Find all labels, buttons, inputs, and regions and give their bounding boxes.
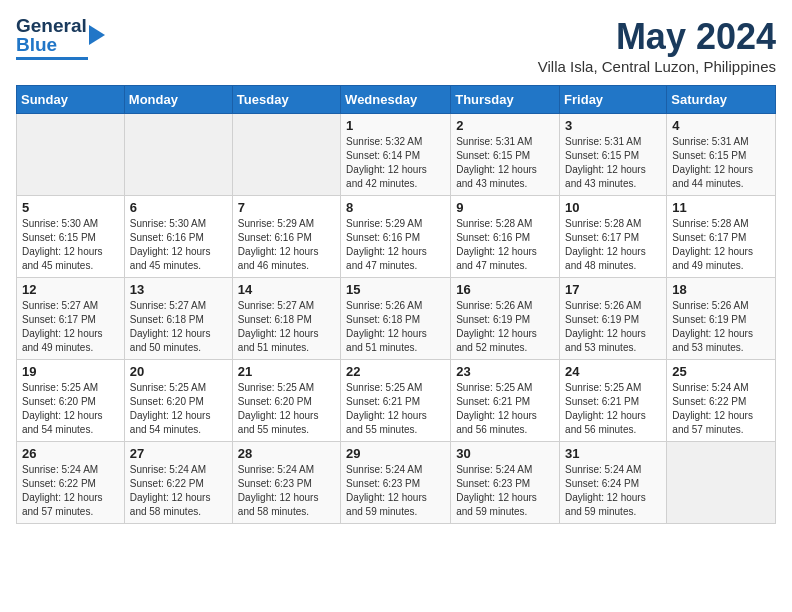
- calendar-cell: [232, 114, 340, 196]
- day-number: 15: [346, 282, 445, 297]
- day-number: 9: [456, 200, 554, 215]
- calendar-cell: 9Sunrise: 5:28 AM Sunset: 6:16 PM Daylig…: [451, 196, 560, 278]
- day-number: 26: [22, 446, 119, 461]
- calendar-cell: 16Sunrise: 5:26 AM Sunset: 6:19 PM Dayli…: [451, 278, 560, 360]
- calendar-cell: 20Sunrise: 5:25 AM Sunset: 6:20 PM Dayli…: [124, 360, 232, 442]
- calendar-cell: 28Sunrise: 5:24 AM Sunset: 6:23 PM Dayli…: [232, 442, 340, 524]
- calendar-cell: 29Sunrise: 5:24 AM Sunset: 6:23 PM Dayli…: [341, 442, 451, 524]
- calendar-cell: 12Sunrise: 5:27 AM Sunset: 6:17 PM Dayli…: [17, 278, 125, 360]
- calendar-cell: 31Sunrise: 5:24 AM Sunset: 6:24 PM Dayli…: [560, 442, 667, 524]
- day-info: Sunrise: 5:24 AM Sunset: 6:23 PM Dayligh…: [238, 463, 335, 519]
- day-number: 1: [346, 118, 445, 133]
- calendar-cell: 23Sunrise: 5:25 AM Sunset: 6:21 PM Dayli…: [451, 360, 560, 442]
- calendar-table: SundayMondayTuesdayWednesdayThursdayFrid…: [16, 85, 776, 524]
- day-number: 18: [672, 282, 770, 297]
- day-number: 31: [565, 446, 661, 461]
- day-number: 29: [346, 446, 445, 461]
- day-info: Sunrise: 5:31 AM Sunset: 6:15 PM Dayligh…: [565, 135, 661, 191]
- day-info: Sunrise: 5:25 AM Sunset: 6:21 PM Dayligh…: [456, 381, 554, 437]
- day-info: Sunrise: 5:25 AM Sunset: 6:21 PM Dayligh…: [346, 381, 445, 437]
- calendar-cell: 4Sunrise: 5:31 AM Sunset: 6:15 PM Daylig…: [667, 114, 776, 196]
- col-header-sunday: Sunday: [17, 86, 125, 114]
- day-number: 5: [22, 200, 119, 215]
- day-number: 28: [238, 446, 335, 461]
- day-info: Sunrise: 5:30 AM Sunset: 6:15 PM Dayligh…: [22, 217, 119, 273]
- calendar-cell: 6Sunrise: 5:30 AM Sunset: 6:16 PM Daylig…: [124, 196, 232, 278]
- day-info: Sunrise: 5:27 AM Sunset: 6:17 PM Dayligh…: [22, 299, 119, 355]
- day-number: 25: [672, 364, 770, 379]
- day-number: 24: [565, 364, 661, 379]
- calendar-cell: 30Sunrise: 5:24 AM Sunset: 6:23 PM Dayli…: [451, 442, 560, 524]
- calendar-cell: 10Sunrise: 5:28 AM Sunset: 6:17 PM Dayli…: [560, 196, 667, 278]
- day-number: 13: [130, 282, 227, 297]
- day-number: 3: [565, 118, 661, 133]
- day-info: Sunrise: 5:24 AM Sunset: 6:22 PM Dayligh…: [130, 463, 227, 519]
- day-info: Sunrise: 5:28 AM Sunset: 6:16 PM Dayligh…: [456, 217, 554, 273]
- calendar-cell: 24Sunrise: 5:25 AM Sunset: 6:21 PM Dayli…: [560, 360, 667, 442]
- col-header-monday: Monday: [124, 86, 232, 114]
- col-header-tuesday: Tuesday: [232, 86, 340, 114]
- day-info: Sunrise: 5:32 AM Sunset: 6:14 PM Dayligh…: [346, 135, 445, 191]
- calendar-cell: 7Sunrise: 5:29 AM Sunset: 6:16 PM Daylig…: [232, 196, 340, 278]
- location-title: Villa Isla, Central Luzon, Philippines: [538, 58, 776, 75]
- week-row-3: 12Sunrise: 5:27 AM Sunset: 6:17 PM Dayli…: [17, 278, 776, 360]
- col-header-friday: Friday: [560, 86, 667, 114]
- day-info: Sunrise: 5:26 AM Sunset: 6:19 PM Dayligh…: [672, 299, 770, 355]
- col-header-saturday: Saturday: [667, 86, 776, 114]
- calendar-cell: 13Sunrise: 5:27 AM Sunset: 6:18 PM Dayli…: [124, 278, 232, 360]
- day-info: Sunrise: 5:31 AM Sunset: 6:15 PM Dayligh…: [456, 135, 554, 191]
- day-number: 6: [130, 200, 227, 215]
- day-number: 17: [565, 282, 661, 297]
- week-row-4: 19Sunrise: 5:25 AM Sunset: 6:20 PM Dayli…: [17, 360, 776, 442]
- day-info: Sunrise: 5:25 AM Sunset: 6:21 PM Dayligh…: [565, 381, 661, 437]
- day-info: Sunrise: 5:24 AM Sunset: 6:22 PM Dayligh…: [672, 381, 770, 437]
- day-info: Sunrise: 5:31 AM Sunset: 6:15 PM Dayligh…: [672, 135, 770, 191]
- calendar-cell: 17Sunrise: 5:26 AM Sunset: 6:19 PM Dayli…: [560, 278, 667, 360]
- day-info: Sunrise: 5:27 AM Sunset: 6:18 PM Dayligh…: [130, 299, 227, 355]
- month-title: May 2024: [538, 16, 776, 58]
- day-info: Sunrise: 5:24 AM Sunset: 6:24 PM Dayligh…: [565, 463, 661, 519]
- calendar-cell: 22Sunrise: 5:25 AM Sunset: 6:21 PM Dayli…: [341, 360, 451, 442]
- logo-text-blue: Blue: [16, 35, 87, 54]
- calendar-cell: 5Sunrise: 5:30 AM Sunset: 6:15 PM Daylig…: [17, 196, 125, 278]
- calendar-cell: 27Sunrise: 5:24 AM Sunset: 6:22 PM Dayli…: [124, 442, 232, 524]
- day-info: Sunrise: 5:28 AM Sunset: 6:17 PM Dayligh…: [565, 217, 661, 273]
- calendar-cell: 14Sunrise: 5:27 AM Sunset: 6:18 PM Dayli…: [232, 278, 340, 360]
- calendar-cell: 25Sunrise: 5:24 AM Sunset: 6:22 PM Dayli…: [667, 360, 776, 442]
- day-info: Sunrise: 5:25 AM Sunset: 6:20 PM Dayligh…: [22, 381, 119, 437]
- day-number: 23: [456, 364, 554, 379]
- col-header-thursday: Thursday: [451, 86, 560, 114]
- logo-underline: [16, 57, 88, 60]
- calendar-cell: 8Sunrise: 5:29 AM Sunset: 6:16 PM Daylig…: [341, 196, 451, 278]
- day-info: Sunrise: 5:30 AM Sunset: 6:16 PM Dayligh…: [130, 217, 227, 273]
- day-info: Sunrise: 5:24 AM Sunset: 6:22 PM Dayligh…: [22, 463, 119, 519]
- day-number: 8: [346, 200, 445, 215]
- day-number: 30: [456, 446, 554, 461]
- week-row-2: 5Sunrise: 5:30 AM Sunset: 6:15 PM Daylig…: [17, 196, 776, 278]
- day-info: Sunrise: 5:25 AM Sunset: 6:20 PM Dayligh…: [238, 381, 335, 437]
- calendar-cell: 3Sunrise: 5:31 AM Sunset: 6:15 PM Daylig…: [560, 114, 667, 196]
- calendar-cell: 2Sunrise: 5:31 AM Sunset: 6:15 PM Daylig…: [451, 114, 560, 196]
- day-number: 20: [130, 364, 227, 379]
- day-number: 2: [456, 118, 554, 133]
- week-row-5: 26Sunrise: 5:24 AM Sunset: 6:22 PM Dayli…: [17, 442, 776, 524]
- calendar-cell: 26Sunrise: 5:24 AM Sunset: 6:22 PM Dayli…: [17, 442, 125, 524]
- day-info: Sunrise: 5:29 AM Sunset: 6:16 PM Dayligh…: [346, 217, 445, 273]
- day-info: Sunrise: 5:26 AM Sunset: 6:19 PM Dayligh…: [456, 299, 554, 355]
- col-header-wednesday: Wednesday: [341, 86, 451, 114]
- calendar-cell: 18Sunrise: 5:26 AM Sunset: 6:19 PM Dayli…: [667, 278, 776, 360]
- day-info: Sunrise: 5:28 AM Sunset: 6:17 PM Dayligh…: [672, 217, 770, 273]
- day-info: Sunrise: 5:26 AM Sunset: 6:19 PM Dayligh…: [565, 299, 661, 355]
- calendar-cell: 19Sunrise: 5:25 AM Sunset: 6:20 PM Dayli…: [17, 360, 125, 442]
- calendar-cell: [124, 114, 232, 196]
- logo-text-general: General: [16, 16, 87, 35]
- logo: General Blue: [16, 16, 105, 60]
- day-info: Sunrise: 5:24 AM Sunset: 6:23 PM Dayligh…: [346, 463, 445, 519]
- day-number: 7: [238, 200, 335, 215]
- header-row: SundayMondayTuesdayWednesdayThursdayFrid…: [17, 86, 776, 114]
- day-number: 16: [456, 282, 554, 297]
- day-number: 10: [565, 200, 661, 215]
- day-number: 4: [672, 118, 770, 133]
- day-info: Sunrise: 5:26 AM Sunset: 6:18 PM Dayligh…: [346, 299, 445, 355]
- calendar-cell: 1Sunrise: 5:32 AM Sunset: 6:14 PM Daylig…: [341, 114, 451, 196]
